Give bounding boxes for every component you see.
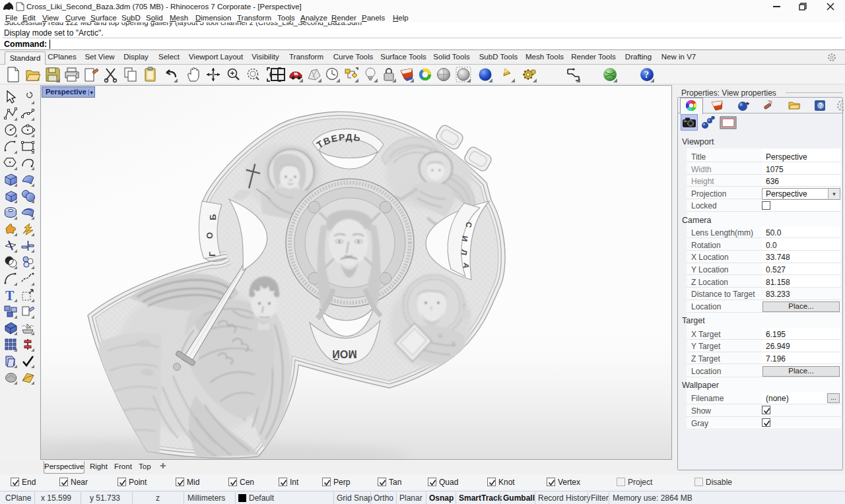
- svg-text:Б: Б: [208, 214, 218, 220]
- svg-text:T: T: [5, 288, 15, 303]
- svg-text:?: ?: [644, 70, 649, 80]
- svg-text:О: О: [205, 232, 215, 239]
- svg-text:Г: Г: [207, 251, 217, 257]
- svg-text:МОЙ: МОЙ: [332, 348, 356, 360]
- svg-text:?: ?: [819, 102, 823, 110]
